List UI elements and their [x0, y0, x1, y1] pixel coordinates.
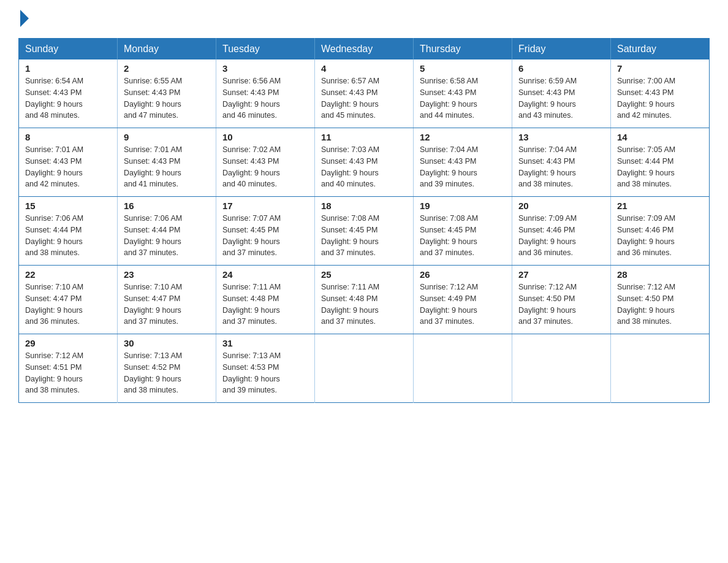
calendar-cell — [315, 334, 414, 403]
day-info: Sunrise: 7:04 AMSunset: 4:43 PMDaylight:… — [518, 144, 604, 190]
day-number: 23 — [124, 269, 210, 280]
calendar-week-row: 8Sunrise: 7:01 AMSunset: 4:43 PMDaylight… — [19, 128, 710, 197]
day-number: 24 — [222, 269, 308, 280]
day-header-saturday: Saturday — [611, 39, 710, 60]
calendar-cell: 16Sunrise: 7:06 AMSunset: 4:44 PMDayligh… — [118, 197, 216, 266]
calendar-cell: 10Sunrise: 7:02 AMSunset: 4:43 PMDayligh… — [216, 128, 315, 197]
day-info: Sunrise: 7:00 AMSunset: 4:43 PMDaylight:… — [617, 75, 703, 121]
day-number: 14 — [617, 132, 703, 142]
day-header-thursday: Thursday — [414, 39, 512, 60]
calendar-cell: 15Sunrise: 7:06 AMSunset: 4:44 PMDayligh… — [19, 197, 118, 266]
page-header — [18, 12, 710, 27]
day-number: 7 — [617, 63, 703, 74]
calendar-cell — [414, 334, 512, 403]
calendar-cell: 2Sunrise: 6:55 AMSunset: 4:43 PMDaylight… — [118, 59, 216, 128]
day-number: 15 — [25, 201, 111, 211]
day-info: Sunrise: 7:07 AMSunset: 4:45 PMDaylight:… — [222, 213, 308, 259]
calendar-cell: 11Sunrise: 7:03 AMSunset: 4:43 PMDayligh… — [315, 128, 414, 197]
day-info: Sunrise: 7:13 AMSunset: 4:53 PMDaylight:… — [222, 350, 308, 396]
day-info: Sunrise: 7:11 AMSunset: 4:48 PMDaylight:… — [222, 282, 308, 327]
day-number: 4 — [321, 63, 407, 74]
calendar-table: SundayMondayTuesdayWednesdayThursdayFrid… — [18, 38, 710, 403]
calendar-cell: 1Sunrise: 6:54 AMSunset: 4:43 PMDaylight… — [19, 59, 118, 128]
day-number: 21 — [617, 201, 703, 211]
day-info: Sunrise: 7:12 AMSunset: 4:51 PMDaylight:… — [25, 350, 111, 396]
calendar-cell: 27Sunrise: 7:12 AMSunset: 4:50 PMDayligh… — [512, 266, 611, 334]
calendar-cell: 14Sunrise: 7:05 AMSunset: 4:44 PMDayligh… — [611, 128, 710, 197]
calendar-cell: 4Sunrise: 6:57 AMSunset: 4:43 PMDaylight… — [315, 59, 414, 128]
calendar-cell: 5Sunrise: 6:58 AMSunset: 4:43 PMDaylight… — [414, 59, 512, 128]
day-info: Sunrise: 7:06 AMSunset: 4:44 PMDaylight:… — [25, 213, 111, 259]
day-info: Sunrise: 7:09 AMSunset: 4:46 PMDaylight:… — [518, 213, 604, 259]
day-info: Sunrise: 7:08 AMSunset: 4:45 PMDaylight:… — [321, 213, 407, 259]
day-info: Sunrise: 7:01 AMSunset: 4:43 PMDaylight:… — [124, 144, 210, 190]
day-header-sunday: Sunday — [19, 39, 118, 60]
calendar-cell: 22Sunrise: 7:10 AMSunset: 4:47 PMDayligh… — [19, 266, 118, 334]
calendar-cell: 3Sunrise: 6:56 AMSunset: 4:43 PMDaylight… — [216, 59, 315, 128]
calendar-cell: 29Sunrise: 7:12 AMSunset: 4:51 PMDayligh… — [19, 334, 118, 403]
day-number: 10 — [222, 132, 308, 142]
day-number: 18 — [321, 201, 407, 211]
calendar-week-row: 15Sunrise: 7:06 AMSunset: 4:44 PMDayligh… — [19, 197, 710, 266]
day-info: Sunrise: 7:12 AMSunset: 4:50 PMDaylight:… — [617, 282, 703, 327]
calendar-cell: 19Sunrise: 7:08 AMSunset: 4:45 PMDayligh… — [414, 197, 512, 266]
day-number: 16 — [124, 201, 210, 211]
logo-triangle-icon — [20, 10, 29, 27]
day-number: 31 — [222, 338, 308, 348]
day-info: Sunrise: 7:04 AMSunset: 4:43 PMDaylight:… — [420, 144, 506, 190]
day-number: 19 — [420, 201, 506, 211]
calendar-cell: 26Sunrise: 7:12 AMSunset: 4:49 PMDayligh… — [414, 266, 512, 334]
day-number: 3 — [222, 63, 308, 74]
day-number: 5 — [420, 63, 506, 74]
calendar-cell: 8Sunrise: 7:01 AMSunset: 4:43 PMDaylight… — [19, 128, 118, 197]
day-number: 30 — [124, 338, 210, 348]
day-number: 6 — [518, 63, 604, 74]
calendar-cell: 20Sunrise: 7:09 AMSunset: 4:46 PMDayligh… — [512, 197, 611, 266]
calendar-cell: 30Sunrise: 7:13 AMSunset: 4:52 PMDayligh… — [118, 334, 216, 403]
day-info: Sunrise: 7:08 AMSunset: 4:45 PMDaylight:… — [420, 213, 506, 259]
calendar-header-row: SundayMondayTuesdayWednesdayThursdayFrid… — [19, 39, 710, 60]
day-info: Sunrise: 7:03 AMSunset: 4:43 PMDaylight:… — [321, 144, 407, 190]
day-number: 12 — [420, 132, 506, 142]
day-info: Sunrise: 7:10 AMSunset: 4:47 PMDaylight:… — [25, 282, 111, 327]
day-number: 2 — [124, 63, 210, 74]
calendar-cell — [512, 334, 611, 403]
calendar-cell: 21Sunrise: 7:09 AMSunset: 4:46 PMDayligh… — [611, 197, 710, 266]
calendar-week-row: 22Sunrise: 7:10 AMSunset: 4:47 PMDayligh… — [19, 266, 710, 334]
day-info: Sunrise: 7:02 AMSunset: 4:43 PMDaylight:… — [222, 144, 308, 190]
day-info: Sunrise: 6:55 AMSunset: 4:43 PMDaylight:… — [124, 75, 210, 121]
calendar-week-row: 29Sunrise: 7:12 AMSunset: 4:51 PMDayligh… — [19, 334, 710, 403]
day-info: Sunrise: 7:13 AMSunset: 4:52 PMDaylight:… — [124, 350, 210, 396]
day-info: Sunrise: 7:10 AMSunset: 4:47 PMDaylight:… — [124, 282, 210, 327]
day-number: 11 — [321, 132, 407, 142]
day-info: Sunrise: 7:12 AMSunset: 4:50 PMDaylight:… — [518, 282, 604, 327]
day-number: 25 — [321, 269, 407, 280]
day-number: 28 — [617, 269, 703, 280]
day-number: 9 — [124, 132, 210, 142]
day-info: Sunrise: 6:54 AMSunset: 4:43 PMDaylight:… — [25, 75, 111, 121]
day-number: 8 — [25, 132, 111, 142]
calendar-cell: 28Sunrise: 7:12 AMSunset: 4:50 PMDayligh… — [611, 266, 710, 334]
day-header-wednesday: Wednesday — [315, 39, 414, 60]
calendar-cell: 9Sunrise: 7:01 AMSunset: 4:43 PMDaylight… — [118, 128, 216, 197]
day-number: 17 — [222, 201, 308, 211]
calendar-cell: 13Sunrise: 7:04 AMSunset: 4:43 PMDayligh… — [512, 128, 611, 197]
calendar-cell: 7Sunrise: 7:00 AMSunset: 4:43 PMDaylight… — [611, 59, 710, 128]
day-number: 26 — [420, 269, 506, 280]
day-header-tuesday: Tuesday — [216, 39, 315, 60]
day-info: Sunrise: 6:56 AMSunset: 4:43 PMDaylight:… — [222, 75, 308, 121]
day-number: 20 — [518, 201, 604, 211]
calendar-cell: 23Sunrise: 7:10 AMSunset: 4:47 PMDayligh… — [118, 266, 216, 334]
day-info: Sunrise: 6:59 AMSunset: 4:43 PMDaylight:… — [518, 75, 604, 121]
calendar-cell: 31Sunrise: 7:13 AMSunset: 4:53 PMDayligh… — [216, 334, 315, 403]
day-info: Sunrise: 7:06 AMSunset: 4:44 PMDaylight:… — [124, 213, 210, 259]
calendar-cell: 18Sunrise: 7:08 AMSunset: 4:45 PMDayligh… — [315, 197, 414, 266]
day-number: 1 — [25, 63, 111, 74]
calendar-cell — [611, 334, 710, 403]
calendar-cell: 17Sunrise: 7:07 AMSunset: 4:45 PMDayligh… — [216, 197, 315, 266]
day-info: Sunrise: 7:11 AMSunset: 4:48 PMDaylight:… — [321, 282, 407, 327]
calendar-cell: 24Sunrise: 7:11 AMSunset: 4:48 PMDayligh… — [216, 266, 315, 334]
day-info: Sunrise: 7:12 AMSunset: 4:49 PMDaylight:… — [420, 282, 506, 327]
day-number: 22 — [25, 269, 111, 280]
calendar-cell: 12Sunrise: 7:04 AMSunset: 4:43 PMDayligh… — [414, 128, 512, 197]
